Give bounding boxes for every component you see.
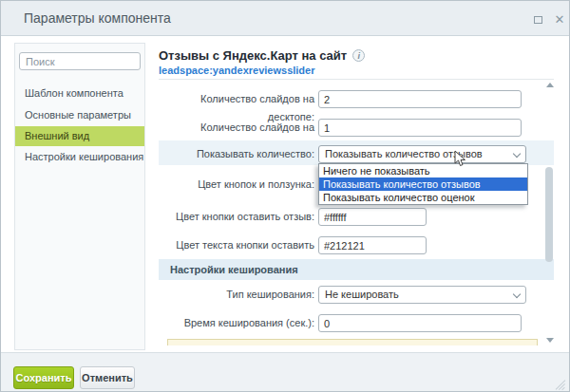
dropdown-option-reviews[interactable]: Показывать количество отзывов xyxy=(319,177,527,191)
maximize-icon xyxy=(534,16,542,24)
cache-type-select-value: Не кешировать xyxy=(325,289,399,300)
show-count-select[interactable]: Показывать количество отзывов xyxy=(318,145,526,163)
slides-desktop-input[interactable] xyxy=(318,90,522,108)
dropdown-option-ratings[interactable]: Показывать количество оценок xyxy=(319,191,527,204)
cache-time-input[interactable] xyxy=(318,314,522,332)
sidebar-item-caching[interactable]: Настройки кеширования xyxy=(15,147,144,167)
component-heading: Отзывы с Яндекс.Карт на сайтi xyxy=(159,48,365,63)
chevron-down-icon xyxy=(513,290,521,298)
info-icon[interactable]: i xyxy=(352,49,365,62)
sidebar-item-template[interactable]: Шаблон компонента xyxy=(15,84,144,103)
show-count-dropdown: Ничего не показывать Показывать количест… xyxy=(318,163,528,205)
scroll-up-icon[interactable] xyxy=(546,83,554,87)
cache-type-select[interactable]: Не кешировать xyxy=(318,286,526,304)
close-icon: ✕ xyxy=(555,12,565,27)
sidebar-item-main-params[interactable]: Основные параметры xyxy=(15,105,144,125)
review-btn-color-input[interactable] xyxy=(318,208,427,226)
dropdown-option-none[interactable]: Ничего не показывать xyxy=(319,164,527,177)
maximize-button[interactable] xyxy=(531,13,544,27)
mouse-cursor-icon xyxy=(454,150,467,167)
settings-sidebar: Шаблон компонента Основные параметры Вне… xyxy=(14,43,145,350)
label-show-count: Показывать количество: xyxy=(159,145,314,163)
scroll-down-icon[interactable] xyxy=(546,338,554,343)
review-btn-text-color-input[interactable] xyxy=(318,236,427,254)
slides-mobile-input[interactable] xyxy=(318,119,522,137)
label-cache-type: Тип кеширования: xyxy=(159,286,314,304)
sidebar-item-appearance[interactable]: Внешний вид xyxy=(15,126,144,146)
component-parameters-dialog: Параметры компонента ✕ Шаблон компонента… xyxy=(0,0,570,392)
note-box-clipped xyxy=(167,339,538,345)
save-button[interactable]: Сохранить xyxy=(13,366,74,389)
label-review-btn-text-color: Цвет текста кнопки оставить отзыв: xyxy=(159,236,314,254)
label-review-btn-color: Цвет кнопки оставить отзыв: xyxy=(159,208,314,226)
component-heading-text: Отзывы с Яндекс.Карт на сайт xyxy=(159,48,347,63)
chevron-down-icon xyxy=(513,150,521,158)
dialog-footer: Сохранить Отменить xyxy=(1,352,569,392)
resize-grip[interactable] xyxy=(555,379,566,390)
close-button[interactable]: ✕ xyxy=(553,13,566,27)
search-input[interactable] xyxy=(19,52,141,70)
label-cache-time: Время кеширования (сек.): xyxy=(159,314,314,332)
label-slides-desktop: Количество слайдов на десктопе: xyxy=(159,90,314,108)
component-code-link[interactable]: leadspace:yandexreviewsslider xyxy=(159,65,314,76)
cancel-button[interactable]: Отменить xyxy=(80,366,135,389)
dialog-titlebar[interactable]: Параметры компонента ✕ xyxy=(1,1,569,36)
dialog-title: Параметры компонента xyxy=(24,10,171,26)
label-buttons-color: Цвет кнопок и ползунка: xyxy=(159,176,314,194)
label-slides-mobile: Количество слайдов на мобильном: xyxy=(159,119,314,137)
scrollbar-thumb[interactable] xyxy=(545,167,553,262)
caching-section-header: Настройки кеширования xyxy=(159,259,554,280)
heading-divider xyxy=(159,79,554,80)
